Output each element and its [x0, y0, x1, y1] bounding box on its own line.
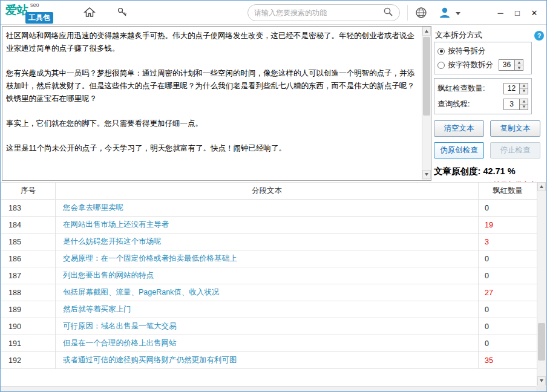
red-check-count-stepper[interactable]: 12 — [503, 83, 528, 94]
key-button[interactable] — [114, 5, 130, 20]
copy-text-button[interactable]: 复制文本 — [490, 120, 540, 137]
editor-paragraph: 您有兴趣成为其中一员吗？梦想很简单：通过周密的计划和一些空闲的时间，像您这样的人… — [6, 67, 419, 105]
row-segment-link[interactable]: 在网站出售市场上还没有主导者 — [56, 217, 479, 234]
logo-badge-text: 工具包 — [25, 12, 53, 24]
editor-content: 社区网站和网络应用迅速的变得越来越炙手可热。伟大的点子使网络发生改变，这已经不是… — [6, 30, 419, 155]
search-input[interactable] — [254, 8, 383, 17]
row-red-count: 19 — [479, 217, 537, 234]
originality-check-button[interactable]: 伪原创检查 — [434, 142, 484, 158]
radio-split-by-chars[interactable]: 按字符数拆分 36 — [437, 58, 528, 72]
row-segment-link[interactable]: 或者通过可信的途径购买网络财产仍然更加有利可图 — [56, 352, 479, 369]
table-header-row: 序号 分段文本 飘红数量 — [1, 183, 537, 200]
table-scrollbar[interactable] — [537, 182, 546, 387]
row-index: 184 — [1, 217, 56, 234]
row-red-count: 0 — [479, 200, 537, 217]
results-table: 序号 分段文本 飘红数量 183 您会拿去哪里卖呢 0 184 在网站出售市场上… — [1, 182, 537, 369]
table-row[interactable]: 183 您会拿去哪里卖呢 0 — [1, 200, 537, 217]
key-icon — [116, 6, 128, 20]
globe-icon — [414, 6, 428, 21]
char-count-down-icon[interactable] — [515, 65, 523, 70]
home-button[interactable] — [82, 5, 97, 20]
threads-up-icon[interactable] — [520, 99, 528, 104]
radio-unselected-icon — [437, 62, 445, 69]
row-index: 185 — [1, 234, 56, 250]
row-segment-link[interactable]: 您会拿去哪里卖呢 — [56, 200, 479, 217]
table-row[interactable]: 190 可行原因：域名出售是一笔大交易 0 — [1, 318, 537, 335]
row-index: 190 — [1, 318, 56, 335]
help-icon[interactable]: ? — [534, 31, 544, 41]
row-segment-link[interactable]: 是什么妨碍您开拓这个市场呢 — [56, 234, 479, 250]
row-index: 192 — [1, 352, 56, 369]
chevron-down-icon — [456, 12, 460, 15]
row-index: 186 — [1, 250, 56, 267]
action-buttons: 清空文本 复制文本 伪原创检查 停止检查 — [434, 120, 540, 158]
query-options-group: 飘红检查数量: 12 查询线程: 3 — [434, 78, 532, 114]
row-segment-link[interactable]: 可行原因：域名出售是一笔大交易 — [56, 318, 479, 335]
table-scroll-down-icon[interactable] — [537, 376, 546, 385]
table-row[interactable]: 192 或者通过可信的途径购买网络财产仍然更加有利可图 35 — [1, 352, 537, 369]
originality-score: 文章原创度: 42.71 % — [434, 166, 546, 177]
row-index: 189 — [1, 301, 56, 318]
table-row[interactable]: 189 然后就等着买家上门 0 — [1, 301, 537, 318]
article-text-editor[interactable]: 社区网站和网络应用迅速的变得越来越炙手可热。伟大的点子使网络发生改变，这已经不是… — [2, 26, 431, 181]
threads-down-icon[interactable] — [520, 104, 528, 109]
row-index: 187 — [1, 267, 56, 284]
scroll-up-icon[interactable] — [422, 27, 431, 36]
table-row[interactable]: 187 列出您要出售的网站的特点 0 — [1, 267, 537, 284]
row-segment-link[interactable]: 列出您要出售的网站的特点 — [56, 267, 479, 284]
logo-seo-text: seo — [30, 2, 39, 8]
row-segment-link[interactable]: 包括屏幕截图、流量、PageRank值、收入状况 — [56, 284, 479, 301]
radio-selected-icon — [437, 48, 445, 55]
app-window: 爱站 seo 工具包 — [0, 0, 547, 392]
network-button[interactable] — [413, 6, 429, 21]
red-check-down-icon[interactable] — [520, 88, 528, 94]
stop-check-button: 停止检查 — [490, 142, 540, 158]
row-segment-link[interactable]: 但是在一个合理的价格上出售网站 — [56, 335, 479, 352]
char-count-value: 36 — [499, 60, 514, 70]
table-row[interactable]: 191 但是在一个合理的价格上出售网站 0 — [1, 335, 537, 352]
radio-split-by-symbol[interactable]: 按符号拆分 — [437, 44, 528, 58]
toolbar-divider — [407, 5, 408, 21]
scroll-down-icon[interactable] — [422, 170, 431, 179]
originality-value: 42.71 % — [483, 166, 515, 176]
minimize-button[interactable]: ─ — [493, 7, 508, 19]
threads-stepper[interactable]: 3 — [503, 99, 528, 110]
row-segment-link[interactable]: 然后就等着买家上门 — [56, 301, 479, 318]
table-row[interactable]: 186 交易原理：在一个固定价格或者拍卖最低价格基础上 0 — [1, 250, 537, 267]
editor-paragraph: 事实上，它们就在您的脚下。您只需要看得更加仔细一点。 — [6, 117, 419, 130]
table-scroll-up-icon[interactable] — [537, 182, 546, 191]
app-logo: 爱站 seo 工具包 — [5, 2, 78, 24]
user-menu[interactable] — [437, 5, 460, 22]
row-red-count: 27 — [479, 284, 537, 301]
row-red-count: 0 — [479, 301, 537, 318]
table-row[interactable]: 184 在网站出售市场上还没有主导者 19 — [1, 217, 537, 234]
char-count-up-icon[interactable] — [515, 60, 523, 65]
col-header-red-count: 飘红数量 — [479, 183, 537, 200]
radio-split-by-chars-label: 按字符数拆分 — [448, 60, 493, 70]
red-check-count-value: 12 — [504, 83, 519, 94]
table-row[interactable]: 188 包括屏幕截图、流量、PageRank值、收入状况 27 — [1, 284, 537, 301]
row-red-count: 0 — [479, 250, 537, 267]
search-icon[interactable] — [383, 7, 393, 19]
table-scroll-thumb[interactable] — [538, 323, 545, 361]
row-index: 191 — [1, 335, 56, 352]
maximize-button[interactable]: □ — [510, 7, 525, 19]
horizontal-scrollbar[interactable] — [1, 386, 537, 391]
col-header-index: 序号 — [1, 183, 56, 200]
radio-split-by-symbol-label: 按符号拆分 — [448, 46, 486, 56]
clear-text-button[interactable]: 清空文本 — [434, 120, 484, 137]
originality-label: 文章原创度: — [434, 166, 480, 176]
row-index: 188 — [1, 284, 56, 301]
table-row[interactable]: 185 是什么妨碍您开拓这个市场呢 3 — [1, 234, 537, 250]
scrollbar-corner — [536, 386, 546, 391]
row-red-count: 3 — [479, 234, 537, 250]
editor-scroll-thumb[interactable] — [423, 37, 430, 116]
row-red-count: 0 — [479, 318, 537, 335]
close-button[interactable]: ✕ — [527, 7, 542, 19]
editor-paragraph: 这里是11个尚未公开的点子，今天学习了，明天您就富有了。快点！闹钟已经响了。 — [6, 142, 419, 155]
red-check-up-icon[interactable] — [520, 83, 528, 88]
editor-scrollbar[interactable] — [422, 27, 431, 180]
home-icon — [84, 6, 96, 20]
row-segment-link[interactable]: 交易原理：在一个固定价格或者拍卖最低价格基础上 — [56, 250, 479, 267]
char-count-stepper[interactable]: 36 — [499, 59, 523, 71]
